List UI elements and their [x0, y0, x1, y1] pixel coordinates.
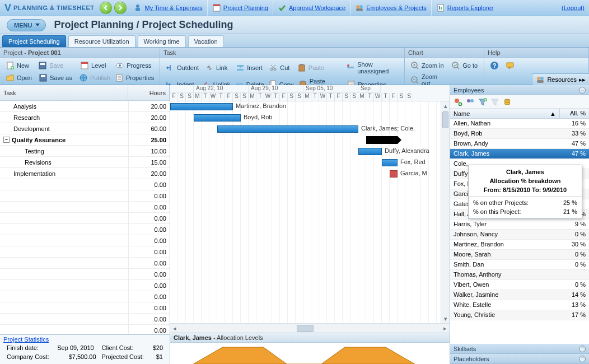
- gantt-bar[interactable]: Boyd, Rob: [194, 114, 241, 122]
- coins-icon[interactable]: [503, 97, 512, 106]
- employee-row[interactable]: White, Estelle13 %: [450, 300, 589, 310]
- nav-link-2[interactable]: Approval Workspace: [273, 0, 350, 16]
- vertical-scrollbar[interactable]: ▴ ▾: [441, 101, 450, 323]
- go-to-button[interactable]: Go to: [449, 60, 480, 71]
- scroll-down-arrow[interactable]: ▾: [441, 314, 450, 323]
- collapse-icon[interactable]: ⌄: [579, 87, 586, 94]
- expand-icon[interactable]: ⌃: [579, 356, 586, 362]
- gantt-row[interactable]: Fox, Red: [170, 157, 441, 169]
- task-row-empty[interactable]: 0.00: [0, 258, 170, 269]
- open-button[interactable]: Open: [3, 72, 34, 83]
- gantt-row[interactable]: Duffy, Alexandra: [170, 146, 441, 157]
- task-row-empty[interactable]: 0.00: [0, 246, 170, 258]
- gantt-bar[interactable]: Martinez, Brandon: [170, 103, 233, 110]
- show-unassigned-button[interactable]: Show unassigned: [344, 60, 401, 76]
- collapse-toggle[interactable]: −: [3, 137, 10, 143]
- task-row[interactable]: Implementation20.00: [0, 168, 170, 179]
- gantt-bar[interactable]: Duffy, Alexandra: [358, 148, 382, 155]
- scroll-left-arrow[interactable]: ◂: [170, 324, 179, 333]
- employee-row[interactable]: Boyd, Rob33 %: [450, 129, 589, 139]
- col-header-allocation[interactable]: All. %: [560, 109, 589, 118]
- gantt-bar[interactable]: Fox, Red: [382, 159, 398, 166]
- employee-row[interactable]: Johnson, Nancy0 %: [450, 230, 589, 240]
- skillsets-panel-header[interactable]: Skillsets ⌃: [450, 344, 589, 354]
- task-row-empty[interactable]: 0.00: [0, 235, 170, 246]
- menu-button[interactable]: MENU: [7, 19, 46, 31]
- project-statistics-link[interactable]: Project Statistics: [3, 336, 49, 343]
- task-row-empty[interactable]: 0.00: [0, 190, 170, 202]
- employee-row[interactable]: Clark, James47 %: [450, 149, 589, 159]
- employees-panel-header[interactable]: Employees ⌄: [450, 85, 589, 95]
- employee-row[interactable]: Smith, Dan0 %: [450, 260, 589, 270]
- level-button[interactable]: Level: [78, 60, 111, 71]
- new-button[interactable]: New: [3, 60, 34, 71]
- task-row-empty[interactable]: 0.00: [0, 213, 170, 224]
- logout-link[interactable]: (Logout): [562, 4, 585, 11]
- employee-row[interactable]: Brown, Andy47 %: [450, 139, 589, 149]
- save-as-button[interactable]: Save as: [36, 72, 74, 83]
- task-row-empty[interactable]: 0.00: [0, 314, 170, 325]
- task-row-empty[interactable]: 0.00: [0, 202, 170, 213]
- add-employee-icon[interactable]: [454, 97, 462, 106]
- nav-forward-button[interactable]: [114, 2, 127, 14]
- filter-clear-icon[interactable]: [490, 97, 499, 106]
- link-button[interactable]: Link: [203, 60, 231, 76]
- gantt-row[interactable]: Boyd, Rob: [170, 113, 441, 124]
- nav-link-1[interactable]: Project Planning: [207, 0, 273, 16]
- col-header-name[interactable]: Name▲: [450, 109, 560, 118]
- outdent-button[interactable]: Outdent: [163, 60, 200, 76]
- employee-row[interactable]: Allen, Nathan16 %: [450, 119, 589, 129]
- gantt-row[interactable]: [170, 135, 441, 146]
- progress-button[interactable]: Progress: [113, 60, 156, 71]
- task-row[interactable]: Analysis20.00: [0, 101, 170, 112]
- task-row-empty[interactable]: 0.00: [0, 291, 170, 302]
- task-row[interactable]: Testing10.00: [0, 146, 170, 157]
- col-header-task[interactable]: Task: [0, 85, 128, 100]
- tab-project-scheduling[interactable]: Project Scheduling: [2, 35, 66, 47]
- col-header-hours[interactable]: Hours: [128, 85, 170, 100]
- task-row-empty[interactable]: 0.00: [0, 325, 170, 334]
- resources-panel-toggle[interactable]: Resources ▸▸: [532, 73, 589, 86]
- task-row-empty[interactable]: 0.00: [0, 302, 170, 314]
- nav-back-button[interactable]: [100, 2, 112, 14]
- employee-row[interactable]: Moore, Sarah0 %: [450, 250, 589, 260]
- cut-button[interactable]: Cut: [267, 60, 293, 76]
- filter-add-icon[interactable]: [478, 97, 487, 106]
- gantt-row[interactable]: Martinez, Brandon: [170, 101, 441, 113]
- employee-row[interactable]: Vibert, Owen0 %: [450, 280, 589, 290]
- task-row-empty[interactable]: 0.00: [0, 280, 170, 291]
- help-button[interactable]: ?: [488, 60, 501, 71]
- gantt-bar[interactable]: Clark, James; Cole,: [217, 125, 358, 133]
- insert-button[interactable]: Insert: [233, 60, 264, 76]
- task-row[interactable]: Research20.00: [0, 112, 170, 123]
- task-row[interactable]: −Quality Assurance25.00: [0, 134, 170, 146]
- nav-link-4[interactable]: Reports Explorer: [431, 0, 498, 16]
- feedback-button[interactable]: [503, 60, 517, 71]
- scroll-up-arrow[interactable]: ▴: [441, 101, 450, 110]
- team-icon[interactable]: [466, 97, 475, 106]
- task-row-empty[interactable]: 0.00: [0, 224, 170, 235]
- expand-icon[interactable]: ⌃: [579, 346, 586, 352]
- horizontal-scrollbar[interactable]: ◂ ▸: [170, 323, 450, 333]
- gantt-body[interactable]: Martinez, BrandonBoyd, RobClark, James; …: [170, 101, 450, 323]
- gantt-row[interactable]: Garcia, M: [170, 169, 441, 180]
- zoom-in-button[interactable]: Zoom in: [408, 60, 447, 71]
- summary-task-bar[interactable]: [366, 136, 398, 144]
- tab-working-time[interactable]: Working time: [138, 35, 186, 47]
- employee-row[interactable]: Martinez, Brandon30 %: [450, 240, 589, 250]
- employee-row[interactable]: Thomas, Anthony: [450, 270, 589, 280]
- task-row-empty[interactable]: 0.00: [0, 269, 170, 280]
- tab-vacation[interactable]: Vacation: [188, 35, 224, 47]
- placeholders-panel-header[interactable]: Placeholders ⌃: [450, 354, 589, 364]
- task-row[interactable]: Revisions15.00: [0, 157, 170, 168]
- task-row[interactable]: Development60.00: [0, 123, 170, 134]
- tab-resource-utilization[interactable]: Resource Utilization: [68, 35, 135, 47]
- employee-row[interactable]: Young, Christie17 %: [450, 310, 589, 320]
- properties-button[interactable]: Properties: [113, 72, 156, 83]
- scroll-thumb[interactable]: [442, 111, 448, 128]
- nav-link-0[interactable]: My Time & Expenses: [129, 0, 207, 16]
- scroll-right-arrow[interactable]: ▸: [441, 324, 450, 333]
- scroll-thumb-h[interactable]: [297, 325, 314, 332]
- employee-row[interactable]: Walker, Jasmine14 %: [450, 290, 589, 300]
- employee-row[interactable]: Harris, Tyler9 %: [450, 220, 589, 230]
